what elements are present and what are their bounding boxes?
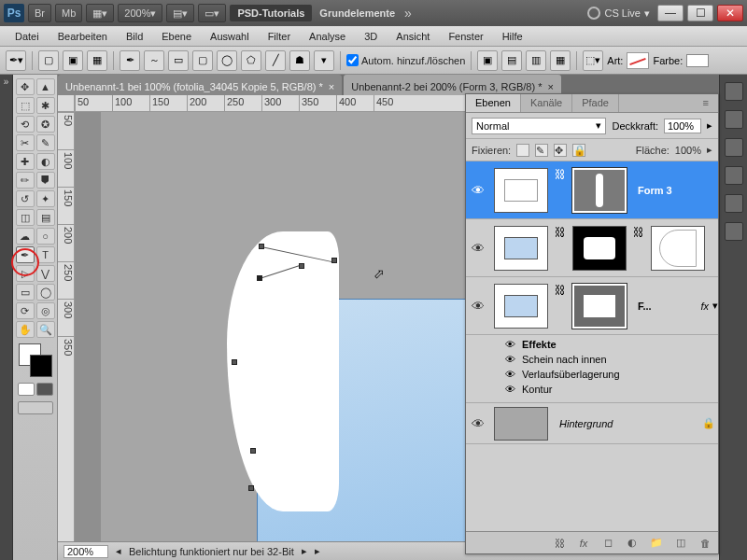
fx-badge[interactable]: fx xyxy=(700,301,712,312)
path-anchor-point[interactable] xyxy=(259,244,264,249)
menu-filter[interactable]: Filter xyxy=(259,28,300,45)
menu-fenster[interactable]: Fenster xyxy=(439,28,492,45)
type-tool[interactable]: T xyxy=(36,246,55,263)
layer-thumbnail[interactable] xyxy=(494,226,548,271)
panel-tab-kanaele[interactable]: Kanäle xyxy=(521,94,572,112)
geometry-options-button[interactable]: ▾ xyxy=(314,50,334,71)
dock-swatches-icon[interactable] xyxy=(725,82,743,101)
crop-tool[interactable]: ✂ xyxy=(16,134,35,151)
panel-menu-button[interactable]: ≡ xyxy=(694,94,718,112)
3d-rotate-tool[interactable]: ⟳ xyxy=(16,302,35,319)
effect-visibility-icon[interactable]: 👁 xyxy=(503,339,516,350)
menu-bearbeiten[interactable]: Bearbeiten xyxy=(49,28,117,45)
vector-mask-thumbnail[interactable] xyxy=(572,284,627,329)
link-icon[interactable]: ⛓ xyxy=(632,226,645,271)
ellipse-shape-button[interactable]: ◯ xyxy=(217,50,237,71)
path-anchor-point[interactable] xyxy=(232,359,237,365)
menu-3d[interactable]: 3D xyxy=(355,28,387,45)
effect-item[interactable]: Schein nach innen xyxy=(522,354,607,365)
ruler-origin[interactable] xyxy=(58,95,75,112)
direct-select-tool[interactable]: ▷ xyxy=(16,265,35,282)
lock-position-button[interactable]: ✥ xyxy=(554,144,567,157)
rectangle-shape-button[interactable]: ▭ xyxy=(168,50,189,71)
zoom-tool[interactable]: 🔍 xyxy=(36,321,55,338)
3d-camera-tool[interactable]: ◎ xyxy=(36,302,55,319)
history-brush-tool[interactable]: ↺ xyxy=(16,190,35,207)
path-op-exclude-button[interactable]: ▦ xyxy=(550,50,571,71)
opacity-field[interactable]: 100% xyxy=(664,119,701,133)
bridge-launch-button[interactable]: Br xyxy=(28,4,51,22)
status-menu-arrow[interactable]: ▸ xyxy=(315,545,320,557)
fill-field[interactable]: 100% xyxy=(675,145,701,156)
delete-layer-button[interactable]: 🗑 xyxy=(698,537,712,550)
cs-live-button[interactable]: CS Live ▾ xyxy=(587,7,650,20)
layer-name[interactable]: Hintergrund xyxy=(552,418,699,429)
visibility-toggle-icon[interactable]: 👁 xyxy=(466,416,490,431)
clone-stamp-tool[interactable]: ⛊ xyxy=(36,172,55,189)
path-anchor-point[interactable] xyxy=(257,275,262,281)
auto-add-delete-checkbox[interactable]: Autom. hinzuf./löschen xyxy=(346,54,465,66)
fill-pixels-mode-button[interactable]: ▦ xyxy=(87,50,107,71)
link-layers-button[interactable]: ⛓ xyxy=(552,537,567,550)
pen-shape-button[interactable]: ✒ xyxy=(120,50,140,71)
effect-visibility-icon[interactable]: 👁 xyxy=(503,354,516,365)
view-extras-button[interactable]: ▦▾ xyxy=(86,4,114,22)
line-shape-button[interactable]: ╱ xyxy=(265,50,286,71)
lock-all-button[interactable]: 🔒 xyxy=(572,144,585,157)
path-op-add-button[interactable]: ▣ xyxy=(477,50,498,71)
gradient-tool[interactable]: ▤ xyxy=(36,209,55,226)
visibility-toggle-icon[interactable]: 👁 xyxy=(466,241,490,256)
visibility-toggle-icon[interactable]: 👁 xyxy=(466,299,490,314)
spot-heal-tool[interactable]: ✚ xyxy=(16,153,35,170)
screen-mode-cycle[interactable] xyxy=(18,401,53,414)
workspace-more-button[interactable]: » xyxy=(404,6,412,21)
paths-mode-button[interactable]: ▣ xyxy=(63,50,83,71)
color-swatch-button[interactable] xyxy=(686,54,709,67)
link-icon[interactable]: ⛓ xyxy=(554,284,567,329)
layer-thumbnail[interactable] xyxy=(494,284,548,329)
magic-wand-tool[interactable]: ✱ xyxy=(36,97,55,114)
path-op-subtract-button[interactable]: ▤ xyxy=(501,50,522,71)
effect-item[interactable]: Verlaufsüberlagerung xyxy=(522,369,620,380)
art-none-icon[interactable] xyxy=(627,52,649,69)
shape-thumbnail[interactable] xyxy=(651,226,705,271)
dock-adjustments-icon[interactable] xyxy=(725,138,743,157)
dock-styles-icon[interactable] xyxy=(725,166,743,185)
panel-tab-ebenen[interactable]: Ebenen xyxy=(466,94,521,112)
workspace-label-grund[interactable]: Grundelemente xyxy=(319,7,395,19)
arrange-documents-button[interactable]: ▤▾ xyxy=(166,4,194,22)
adjustment-layer-button[interactable]: ◐ xyxy=(625,537,640,550)
hand-tool[interactable]: ✋ xyxy=(16,321,35,338)
polygon-shape-button[interactable]: ⬠ xyxy=(241,50,261,71)
effect-visibility-icon[interactable]: 👁 xyxy=(503,384,516,395)
menu-ebene[interactable]: Ebene xyxy=(152,28,201,45)
rectangle-tool[interactable]: ▭ xyxy=(16,284,35,301)
workspace-label-tutorials[interactable]: PSD-Tutorials xyxy=(230,5,312,21)
path-handle-point[interactable] xyxy=(331,258,337,263)
path-anchor-point[interactable] xyxy=(248,485,254,491)
menu-bild[interactable]: Bild xyxy=(117,28,152,45)
blend-mode-dropdown[interactable]: Normal▾ xyxy=(472,118,606,134)
rounded-rect-button[interactable]: ▢ xyxy=(192,50,213,71)
minibridge-button[interactable]: Mb xyxy=(55,4,82,22)
patch-tool[interactable]: ◐ xyxy=(36,153,55,170)
marquee-tool[interactable]: ⬚ xyxy=(16,97,35,114)
status-nav-next[interactable]: ▸ xyxy=(302,545,307,557)
window-minimize-button[interactable]: — xyxy=(657,5,684,21)
zoom-readout[interactable]: 200% xyxy=(63,545,108,558)
layer-row-background[interactable]: 👁 Hintergrund 🔒 xyxy=(466,403,718,444)
effect-visibility-icon[interactable]: 👁 xyxy=(503,369,516,380)
vector-mask-thumbnail[interactable] xyxy=(572,226,627,271)
blur-tool[interactable]: ☁ xyxy=(16,228,35,245)
pen-tool[interactable]: ✒ xyxy=(16,246,35,263)
dodge-tool[interactable]: ○ xyxy=(36,228,55,245)
menu-auswahl[interactable]: Auswahl xyxy=(201,28,259,45)
document-tab-2[interactable]: Unbenannt-2 bei 200% (Form 3, RGB/8) *× xyxy=(344,75,561,95)
eyedropper-tool[interactable]: ✎ xyxy=(36,134,55,151)
style-picker-button[interactable]: ⬚▾ xyxy=(583,50,603,71)
quick-select-tool[interactable]: ✪ xyxy=(36,116,55,133)
fx-collapse-arrow[interactable]: ▾ xyxy=(712,300,718,312)
status-nav-prev[interactable]: ◂ xyxy=(116,545,121,557)
dock-channels-icon[interactable] xyxy=(725,222,743,241)
new-layer-button[interactable]: ◫ xyxy=(673,537,688,550)
